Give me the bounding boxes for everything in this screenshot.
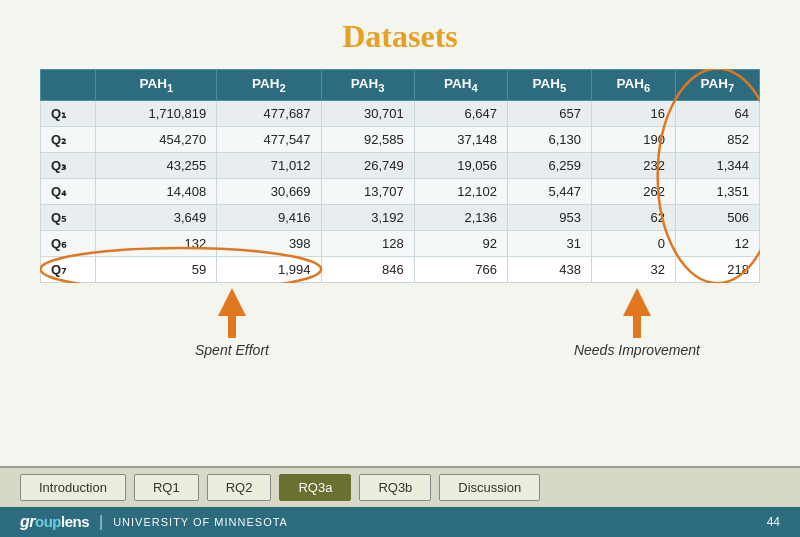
cell-r6-c5: 32 xyxy=(591,256,675,282)
nav-bar: IntroductionRQ1RQ2RQ3aRQ3bDiscussion xyxy=(0,466,800,507)
table-row: Q₂454,270477,54792,58537,1486,130190852 xyxy=(41,126,760,152)
cell-r3-c0: 14,408 xyxy=(96,178,217,204)
page-title: Datasets xyxy=(342,18,458,55)
cell-r5-c2: 128 xyxy=(321,230,414,256)
cell-r6-c2: 846 xyxy=(321,256,414,282)
table-row: Q₄14,40830,66913,70712,1025,4472621,351 xyxy=(41,178,760,204)
logo-separator: | xyxy=(99,513,103,531)
col-header-empty xyxy=(41,70,96,101)
logo-university: University of Minnesota xyxy=(113,516,288,528)
cell-r5-c6: 12 xyxy=(675,230,759,256)
cell-r4-c1: 9,416 xyxy=(217,204,321,230)
logo-oup: oup xyxy=(35,513,61,530)
cell-r0-c3: 6,647 xyxy=(414,100,507,126)
annotations-area: Spent Effort Needs Improvement xyxy=(40,283,760,353)
cell-r3-c5: 262 xyxy=(591,178,675,204)
cell-r4-c2: 3,192 xyxy=(321,204,414,230)
table-row: Q₅3,6499,4163,1922,13695362506 xyxy=(41,204,760,230)
cell-r3-c4: 5,447 xyxy=(507,178,591,204)
cell-r4-c5: 62 xyxy=(591,204,675,230)
cell-r6-c6: 218 xyxy=(675,256,759,282)
cell-r1-c0: 454,270 xyxy=(96,126,217,152)
cell-r4-c4: 953 xyxy=(507,204,591,230)
table-row: Q₆1323981289231012 xyxy=(41,230,760,256)
table-container: PAH1 PAH2 PAH3 PAH4 PAH5 PAH6 PAH7 Q₁1,7… xyxy=(40,69,760,283)
logo-g: gr xyxy=(20,513,35,530)
col-header-pah3: PAH3 xyxy=(321,70,414,101)
col-header-pah4: PAH4 xyxy=(414,70,507,101)
cell-r6-c3: 766 xyxy=(414,256,507,282)
cell-r2-c0: 43,255 xyxy=(96,152,217,178)
cell-r1-c4: 6,130 xyxy=(507,126,591,152)
cell-r2-c1: 71,012 xyxy=(217,152,321,178)
cell-r0-c2: 30,701 xyxy=(321,100,414,126)
row-label: Q₃ xyxy=(41,152,96,178)
logo-grouplens: grouplens xyxy=(20,513,89,531)
table-header-row: PAH1 PAH2 PAH3 PAH4 PAH5 PAH6 PAH7 xyxy=(41,70,760,101)
page-number: 44 xyxy=(767,515,780,529)
cell-r0-c1: 477,687 xyxy=(217,100,321,126)
cell-r6-c4: 438 xyxy=(507,256,591,282)
tab-discussion[interactable]: Discussion xyxy=(439,474,540,501)
row-label: Q₅ xyxy=(41,204,96,230)
row-label: Q₄ xyxy=(41,178,96,204)
left-arrow-label: Spent Effort xyxy=(195,342,269,358)
cell-r0-c5: 16 xyxy=(591,100,675,126)
cell-r5-c5: 0 xyxy=(591,230,675,256)
tab-rq1[interactable]: RQ1 xyxy=(134,474,199,501)
row-label: Q₆ xyxy=(41,230,96,256)
cell-r2-c2: 26,749 xyxy=(321,152,414,178)
right-arrow-shaft xyxy=(633,316,641,338)
left-annotation: Spent Effort xyxy=(195,288,269,358)
cell-r3-c3: 12,102 xyxy=(414,178,507,204)
right-annotation: Needs Improvement xyxy=(574,288,700,358)
col-header-pah6: PAH6 xyxy=(591,70,675,101)
cell-r5-c4: 31 xyxy=(507,230,591,256)
row-label: Q₇ xyxy=(41,256,96,282)
cell-r0-c6: 64 xyxy=(675,100,759,126)
cell-r5-c1: 398 xyxy=(217,230,321,256)
col-header-pah7: PAH7 xyxy=(675,70,759,101)
table-row: Q₁1,710,819477,68730,7016,6476571664 xyxy=(41,100,760,126)
main-content: Datasets PAH1 PAH2 PAH3 PAH4 PAH5 PAH6 P… xyxy=(0,0,800,466)
col-header-pah5: PAH5 xyxy=(507,70,591,101)
data-table: PAH1 PAH2 PAH3 PAH4 PAH5 PAH6 PAH7 Q₁1,7… xyxy=(40,69,760,283)
cell-r3-c6: 1,351 xyxy=(675,178,759,204)
footer-logo: grouplens | University of Minnesota xyxy=(20,513,288,531)
cell-r3-c1: 30,669 xyxy=(217,178,321,204)
tab-rq3a[interactable]: RQ3a xyxy=(279,474,351,501)
cell-r2-c6: 1,344 xyxy=(675,152,759,178)
cell-r2-c4: 6,259 xyxy=(507,152,591,178)
cell-r1-c5: 190 xyxy=(591,126,675,152)
table-row: Q₃43,25571,01226,74919,0566,2592321,344 xyxy=(41,152,760,178)
cell-r1-c3: 37,148 xyxy=(414,126,507,152)
cell-r4-c6: 506 xyxy=(675,204,759,230)
left-arrow-up xyxy=(218,288,246,316)
cell-r1-c1: 477,547 xyxy=(217,126,321,152)
cell-r3-c2: 13,707 xyxy=(321,178,414,204)
cell-r5-c0: 132 xyxy=(96,230,217,256)
right-arrow-up xyxy=(623,288,651,316)
right-arrow-label: Needs Improvement xyxy=(574,342,700,358)
logo-lens: lens xyxy=(61,513,89,530)
cell-r6-c0: 59 xyxy=(96,256,217,282)
cell-r5-c3: 92 xyxy=(414,230,507,256)
cell-r2-c3: 19,056 xyxy=(414,152,507,178)
cell-r2-c5: 232 xyxy=(591,152,675,178)
table-row: Q₇591,99484676643832218 xyxy=(41,256,760,282)
left-arrow-shaft xyxy=(228,316,236,338)
cell-r0-c4: 657 xyxy=(507,100,591,126)
tab-introduction[interactable]: Introduction xyxy=(20,474,126,501)
cell-r0-c0: 1,710,819 xyxy=(96,100,217,126)
col-header-pah1: PAH1 xyxy=(96,70,217,101)
footer: grouplens | University of Minnesota 44 xyxy=(0,507,800,537)
cell-r1-c2: 92,585 xyxy=(321,126,414,152)
row-label: Q₁ xyxy=(41,100,96,126)
cell-r4-c0: 3,649 xyxy=(96,204,217,230)
row-label: Q₂ xyxy=(41,126,96,152)
cell-r6-c1: 1,994 xyxy=(217,256,321,282)
cell-r4-c3: 2,136 xyxy=(414,204,507,230)
tab-rq3b[interactable]: RQ3b xyxy=(359,474,431,501)
cell-r1-c6: 852 xyxy=(675,126,759,152)
tab-rq2[interactable]: RQ2 xyxy=(207,474,272,501)
